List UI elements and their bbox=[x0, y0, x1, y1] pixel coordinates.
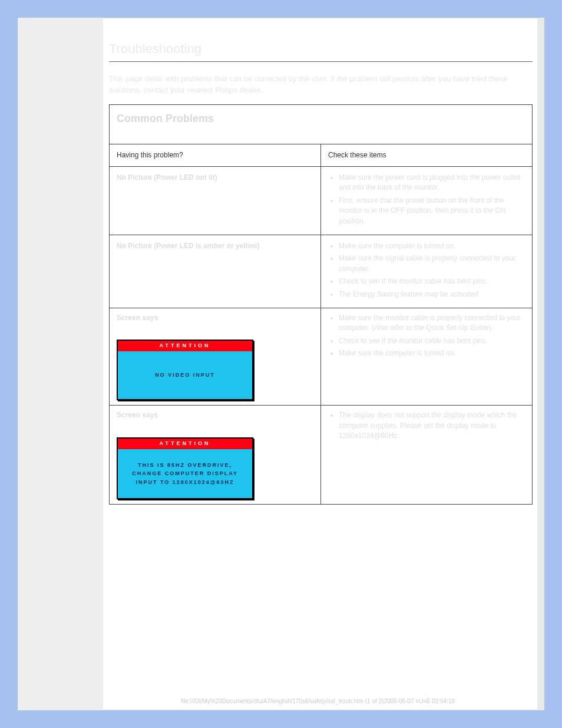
table-caption: Common Problems bbox=[117, 111, 525, 126]
problem-text: Screen says bbox=[117, 313, 313, 323]
table-header-problem: Having this problem? bbox=[110, 144, 321, 166]
solution-list: Make sure the power cord is plugged into… bbox=[328, 173, 525, 226]
solution-list: Make sure the computer is turned on. Mak… bbox=[328, 241, 525, 299]
list-item: First, ensure that the power button on t… bbox=[339, 196, 525, 226]
divider bbox=[109, 61, 533, 62]
list-item: The display does not support the display… bbox=[339, 410, 525, 441]
osd-body: NO VIDEO INPUT bbox=[118, 351, 252, 399]
list-item: Check to see if the monitor cable has be… bbox=[339, 276, 525, 286]
osd-title: ATTENTION bbox=[118, 439, 252, 449]
document-page: Troubleshooting This page deals with pro… bbox=[18, 18, 544, 710]
problem-text: No Picture (Power LED not lit) bbox=[117, 173, 313, 183]
page-footer: file:///D|/My%20Documents/dfu/A7/english… bbox=[109, 698, 527, 704]
osd-message-no-video: ATTENTION NO VIDEO INPUT bbox=[117, 340, 313, 400]
table-row: No Picture (Power LED is amber or yellow… bbox=[110, 235, 533, 308]
solution-list: The display does not support the display… bbox=[328, 410, 525, 441]
sidebar-placeholder bbox=[18, 18, 103, 710]
table-row: Screen says ATTENTION THIS IS 85HZ OVERD… bbox=[110, 406, 533, 505]
main-content: Troubleshooting This page deals with pro… bbox=[109, 18, 533, 710]
table-row: Screen says ATTENTION NO VIDEO INPUT Mak… bbox=[110, 308, 533, 405]
osd-title: ATTENTION bbox=[118, 341, 252, 351]
scrollbar[interactable] bbox=[537, 18, 544, 710]
list-item: Make sure the computer is turned on. bbox=[339, 241, 525, 251]
solution-list: Make sure the monitor cable is properly … bbox=[328, 313, 525, 359]
problem-text: No Picture (Power LED is amber or yellow… bbox=[117, 241, 313, 251]
list-item: Make sure the computer is turned on. bbox=[339, 348, 525, 358]
intro-text: This page deals with problems that can b… bbox=[109, 74, 533, 96]
list-item: Make sure the power cord is plugged into… bbox=[339, 173, 525, 193]
list-item: Check to see if the monitor cable has be… bbox=[339, 336, 525, 346]
list-item: Make sure the monitor cable is properly … bbox=[339, 313, 525, 334]
osd-body: THIS IS 85HZ OVERDRIVE, CHANGE COMPUTER … bbox=[118, 449, 252, 498]
troubleshooting-table: Common Problems Having this problem? Che… bbox=[109, 104, 533, 505]
table-header-check: Check these items bbox=[321, 144, 533, 166]
osd-message-overdrive: ATTENTION THIS IS 85HZ OVERDRIVE, CHANGE… bbox=[117, 437, 313, 499]
table-row: No Picture (Power LED not lit) Make sure… bbox=[110, 167, 533, 235]
footer-path: file:///D|/My%20Documents/dfu/A7/english… bbox=[181, 698, 455, 704]
page-title: Troubleshooting bbox=[109, 41, 533, 57]
list-item: Make sure the signal cable is properly c… bbox=[339, 253, 525, 274]
list-item: The Energy Saving feature may be activat… bbox=[339, 289, 525, 299]
problem-text: Screen says bbox=[117, 410, 313, 420]
